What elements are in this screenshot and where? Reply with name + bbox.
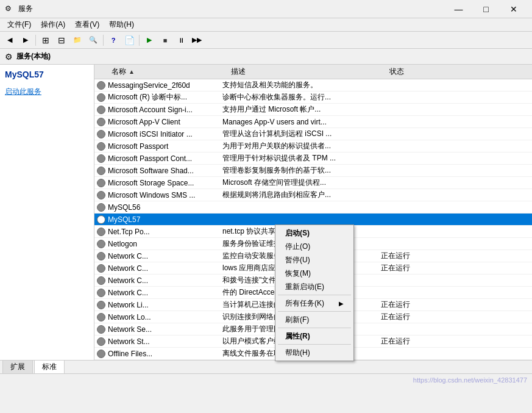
service-desc: 管理从这台计算机到远程 iSCSI ... [222,129,381,139]
pause-button[interactable]: ⏸ [174,34,188,47]
service-icon [97,313,105,321]
address-bar: ⚙ 服务(本地) [0,49,532,65]
start-service-link[interactable]: 启动此服务 [5,87,89,97]
menu-help[interactable]: 帮助(H) [104,18,139,31]
context-menu-separator [278,328,351,328]
table-row[interactable]: Microsoft Account Sign-i...支持用户通过 Micros… [94,104,532,116]
service-icon [97,106,105,114]
context-menu-item[interactable]: 停止(O) [275,240,353,253]
table-row[interactable]: MySQL56 [94,201,532,214]
context-menu-item-label: 恢复(M) [285,268,311,279]
service-status: 正在运行 [381,300,530,310]
restart-button[interactable]: ▶▶ [190,34,204,47]
service-icon [97,350,105,358]
close-button[interactable]: ✕ [500,0,527,18]
context-menu-item[interactable]: 帮助(H) [275,346,353,359]
table-row[interactable]: Microsoft Storage Space...Microsoft 存储空间… [94,177,532,189]
service-status: 正在运行 [381,263,530,273]
submenu-arrow-icon: ▶ [339,300,344,307]
service-icon [97,337,105,346]
service-name: Net.Tcp Po... [97,228,222,236]
left-panel-title: MySQL57 [5,70,89,79]
bottom-tabs: 扩展 标准 [0,360,532,373]
up-button[interactable]: ⊞ [38,34,53,47]
service-name: Microsoft Passport [97,142,222,151]
service-name: Network Li... [97,301,222,309]
col-desc-header[interactable]: 描述 [231,66,389,77]
service-icon [97,240,105,248]
service-icon [97,142,105,151]
service-name: Microsoft (R) 诊断中标... [97,92,222,102]
service-name: Network C... [97,252,222,260]
context-menu-item[interactable]: 重新启动(E) [275,280,353,293]
address-text: 服务(本地) [16,51,51,62]
app-icon: ⚙ [5,4,15,14]
back-button[interactable]: ◀ [2,34,17,47]
table-row[interactable]: Microsoft Passport为用于对用户关联的标识提供者... [94,140,532,153]
service-name: MessagingService_2f60d [97,81,222,90]
show-hide-button[interactable]: ⊟ [54,34,69,47]
context-menu-item[interactable]: 恢复(M) [275,267,353,280]
service-name: Microsoft Account Sign-i... [97,106,222,114]
service-desc: Manages App-V users and virt... [222,118,381,126]
col-status-header[interactable]: 状态 [389,66,530,77]
service-icon [97,264,105,273]
menu-action[interactable]: 操作(A) [36,18,70,31]
context-menu-item[interactable]: 属性(R) [275,329,353,343]
forward-button[interactable]: ▶ [18,34,33,47]
table-row[interactable]: Microsoft App-V ClientManages App-V user… [94,116,532,128]
service-icon [97,203,105,212]
service-name: Network St... [97,337,222,346]
service-name: Microsoft Windows SMS ... [97,191,222,199]
context-menu-item-label: 重新启动(E) [285,282,324,292]
window-title: 服务 [18,4,445,14]
service-desc: 支持用户通过 Microsoft 帐户... [222,104,381,115]
service-desc: 管理用于针对标识提供者及 TPM ... [222,153,381,163]
toolbar-separator-1 [35,35,36,46]
service-name: Offline Files... [97,350,222,358]
toolbar: ◀ ▶ ⊞ ⊟ 📁 🔍 ? 📄 ▶ ■ ⏸ ▶▶ [0,32,532,49]
menu-bar: 文件(F) 操作(A) 查看(V) 帮助(H) [0,18,532,32]
service-name: Network C... [97,264,222,273]
title-bar: ⚙ 服务 — □ ✕ [0,0,532,18]
folder-button[interactable]: 📁 [70,34,85,47]
service-desc: 支持短信及相关功能的服务。 [222,80,381,90]
table-row[interactable]: Microsoft Software Shad...管理卷影复制服务制作的基于软… [94,165,532,177]
service-icon [97,130,105,138]
help-button[interactable]: ? [106,34,121,47]
table-row[interactable]: Microsoft (R) 诊断中标...诊断中心标准收集器服务。运行... [94,92,532,104]
service-desc: 诊断中心标准收集器服务。运行... [222,92,381,102]
service-icon [97,93,105,102]
service-name: Microsoft Storage Space... [97,179,222,187]
status-bar: https://blog.csdn.net/weixin_42831477 [0,373,532,386]
context-menu: 启动(S)停止(O)暂停(U)恢复(M)重新启动(E)所有任务(K)▶刷新(F)… [275,224,354,361]
maximize-button[interactable]: □ [472,0,500,18]
service-icon [97,252,105,260]
service-name: Microsoft Software Shad... [97,167,222,175]
search-button[interactable]: 🔍 [86,34,101,47]
context-menu-item-label: 所有任务(K) [285,298,324,309]
table-row[interactable]: Microsoft Windows SMS ...根据规则将消息路由到相应客户.… [94,189,532,201]
context-menu-item[interactable]: 所有任务(K)▶ [275,296,353,310]
tab-standard[interactable]: 标准 [34,360,65,373]
context-menu-item[interactable]: 刷新(F) [275,313,353,326]
context-menu-item[interactable]: 启动(S) [275,226,353,240]
col-name-header[interactable]: 名称 ▲ [97,66,231,77]
table-row[interactable]: MessagingService_2f60d支持短信及相关功能的服务。 [94,79,532,92]
table-header: 名称 ▲ 描述 状态 [94,65,532,79]
menu-view[interactable]: 查看(V) [70,18,104,31]
service-desc: Microsoft 存储空间管理提供程... [222,178,381,188]
context-menu-item[interactable]: 暂停(U) [275,253,353,267]
table-row[interactable]: Microsoft iSCSI Initiator ...管理从这台计算机到远程… [94,128,532,140]
tab-expand[interactable]: 扩展 [2,360,33,373]
service-status: 正在运行 [381,312,530,322]
table-row[interactable]: Microsoft Passport Cont...管理用于针对标识提供者及 T… [94,153,532,165]
export-button[interactable]: 📄 [122,34,137,47]
menu-file[interactable]: 文件(F) [2,18,36,31]
table-row[interactable]: MySQL57 [94,214,532,226]
context-menu-separator [278,344,351,345]
stop-button[interactable]: ■ [158,34,172,47]
service-name: MySQL57 [97,215,222,224]
start-button[interactable]: ▶ [142,34,157,47]
minimize-button[interactable]: — [445,0,472,18]
